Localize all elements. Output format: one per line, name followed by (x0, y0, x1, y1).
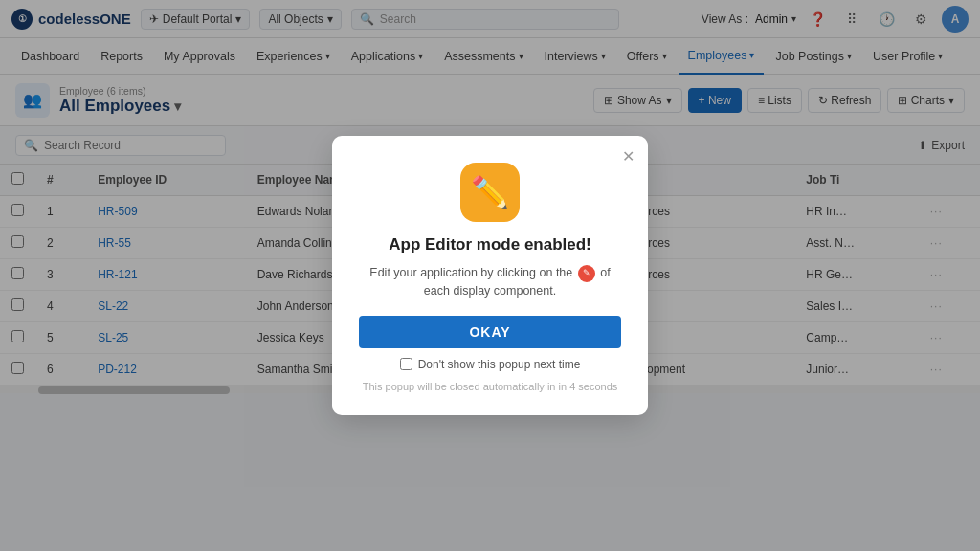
edit-badge-icon: ✎ (578, 265, 595, 282)
dialog-icon: ✏️ (460, 163, 520, 222)
dialog-body: Edit your application by clicking on the… (359, 264, 621, 300)
modal-overlay: ✕ ✏️ App Editor mode enabled! Edit your … (0, 0, 980, 551)
okay-button[interactable]: OKAY (359, 316, 621, 348)
dont-show-checkbox-row[interactable]: Don't show this popup next time (400, 358, 581, 371)
dialog-close-button[interactable]: ✕ (622, 147, 635, 165)
dialog-body-prefix: Edit your application by clicking on the (369, 266, 572, 279)
dialog-footer: This popup will be closed automatically … (363, 381, 618, 392)
dont-show-label: Don't show this popup next time (418, 358, 581, 371)
dialog-title: App Editor mode enabled! (389, 235, 591, 254)
dont-show-checkbox[interactable] (400, 358, 412, 370)
app-editor-dialog: ✕ ✏️ App Editor mode enabled! Edit your … (332, 136, 648, 415)
